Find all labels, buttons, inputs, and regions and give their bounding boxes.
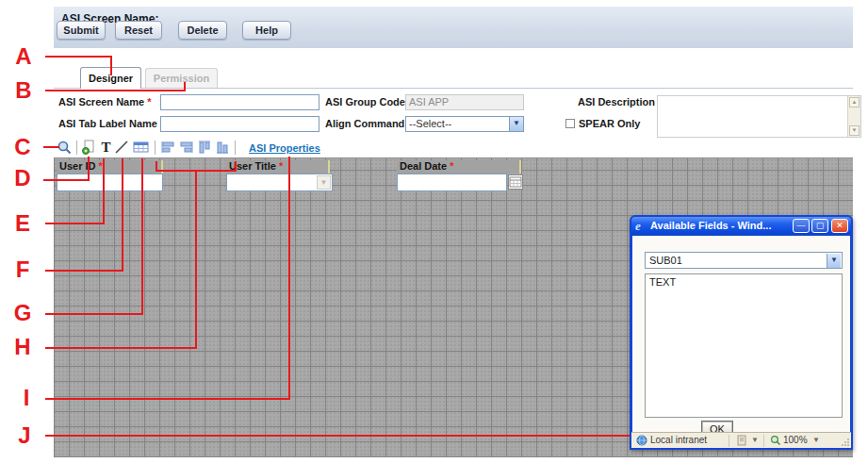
app-window: ASI Screen Name: Submit Reset Delete Hel… <box>0 0 868 463</box>
spear-only-checkbox[interactable] <box>565 119 575 128</box>
annotation-letter-c: C <box>9 136 36 158</box>
spear-only-label: SPEAR Only <box>579 118 640 129</box>
text-tool-icon[interactable]: T <box>98 140 114 156</box>
annotation-line-f <box>122 158 123 272</box>
calendar-icon[interactable] <box>508 174 523 190</box>
group-code-label: ASI Group Code <box>325 96 405 107</box>
toolbar-separator <box>76 141 77 155</box>
screen-name-label: ASI Screen Name * <box>58 96 151 107</box>
submit-button[interactable]: Submit <box>57 21 106 40</box>
statusbar-separator <box>729 435 729 447</box>
group-code-field: ASI APP <box>405 94 524 110</box>
annotation-letter-g: G <box>9 302 36 324</box>
zoom-level-label: 100% <box>783 435 808 445</box>
list-item[interactable]: TEXT <box>646 274 842 288</box>
annotation-line-h <box>156 161 157 172</box>
annotation-letter-b: B <box>10 79 37 102</box>
chevron-down-icon[interactable]: ▼ <box>751 436 759 444</box>
annotation-line-i <box>45 398 290 400</box>
align-command-select[interactable]: --Select-- ▼ <box>405 116 524 132</box>
annotation-line-a <box>45 56 112 58</box>
annotation-letter-i: I <box>13 387 40 409</box>
tab-label-name-label: ASI Tab Label Name * <box>58 118 164 129</box>
protected-mode-icon <box>737 435 747 446</box>
annotation-line-g <box>45 313 143 315</box>
annotation-letter-a: A <box>10 45 37 68</box>
tab-baseline <box>54 88 853 89</box>
align-bottom-icon[interactable] <box>215 140 231 156</box>
annotation-letter-j: J <box>11 424 38 447</box>
help-button[interactable]: Help <box>242 21 291 40</box>
statusbar-separator <box>763 435 764 447</box>
close-icon[interactable]: ✕ <box>831 219 848 233</box>
annotation-line-j <box>45 435 631 437</box>
scroll-up-icon[interactable]: ▲ <box>849 97 860 107</box>
annotation-line-b <box>45 90 186 91</box>
annotation-line-e <box>45 223 105 224</box>
globe-icon <box>636 435 647 446</box>
header-band: ASI Screen Name: <box>54 7 853 48</box>
annotation-line-b <box>184 82 186 91</box>
align-top-icon[interactable] <box>197 140 213 156</box>
chevron-down-icon[interactable]: ▼ <box>509 117 523 131</box>
field-label-user-title[interactable]: User Title * <box>226 160 330 174</box>
align-command-label: Align Command <box>325 118 404 129</box>
annotation-line-d <box>88 157 90 181</box>
annotation-letter-f: F <box>9 258 36 281</box>
available-fields-list[interactable]: TEXT <box>645 273 843 418</box>
delete-button[interactable]: Delete <box>178 21 227 40</box>
maximize-icon[interactable]: ▢ <box>811 219 828 233</box>
user-title-select[interactable]: ▼ <box>226 174 333 191</box>
align-right-icon[interactable] <box>178 140 194 156</box>
field-label-deal-date[interactable]: Deal Date * <box>397 160 521 174</box>
asi-properties-link[interactable]: ASI Properties <box>249 142 320 154</box>
toolbar-separator <box>235 141 236 155</box>
textarea-scrollbar[interactable]: ▲ ▼ <box>847 96 860 137</box>
annotation-line-d <box>43 179 90 181</box>
description-label: ASI Description <box>578 96 655 107</box>
required-asterisk: * <box>279 160 283 172</box>
tab-permission[interactable]: Permission <box>145 68 218 88</box>
annotation-letter-h: H <box>9 336 36 358</box>
required-asterisk: * <box>147 96 151 107</box>
annotation-line-h <box>195 172 197 349</box>
align-left-icon[interactable] <box>160 140 176 156</box>
screen-name-input[interactable] <box>160 94 319 110</box>
annotation-line-h <box>156 170 237 172</box>
popup-title: Available Fields - Wind... <box>650 220 782 231</box>
annotation-letter-e: E <box>9 212 36 235</box>
ie-logo-icon: e <box>635 219 641 234</box>
tab-label-name-input[interactable] <box>160 116 319 132</box>
deal-date-input[interactable] <box>397 174 507 191</box>
resize-grip[interactable] <box>841 438 850 447</box>
zoom-icon <box>770 435 781 446</box>
popup-statusbar: Local intranet ▼ 100% ▼ <box>631 432 851 448</box>
field-label-user-id[interactable]: User ID * <box>57 160 163 174</box>
line-tool-icon[interactable] <box>114 140 130 156</box>
subreport-select[interactable]: SUB01 ▼ <box>645 252 843 269</box>
annotation-line-h <box>235 161 237 172</box>
annotation-line-i <box>288 157 290 400</box>
add-field-icon[interactable] <box>81 140 97 156</box>
annotation-line-h <box>45 347 197 349</box>
user-id-input[interactable] <box>57 174 163 191</box>
annotation-line-g <box>141 158 143 315</box>
chevron-down-icon[interactable]: ▼ <box>812 436 820 444</box>
annotation-line-e <box>103 158 105 224</box>
table-tool-icon[interactable] <box>133 140 149 156</box>
annotation-letter-d: D <box>9 167 36 190</box>
chevron-down-icon[interactable]: ▼ <box>317 175 331 190</box>
designer-toolbar: T ASI Properties <box>54 139 853 157</box>
available-fields-window[interactable]: e Available Fields - Wind... — ▢ ✕ SUB01… <box>630 215 853 450</box>
annotation-line-f <box>45 270 123 272</box>
reset-button[interactable]: Reset <box>115 21 162 40</box>
scroll-down-icon[interactable]: ▼ <box>849 125 860 136</box>
annotation-line-a <box>110 56 112 75</box>
popup-titlebar[interactable]: e Available Fields - Wind... — ▢ ✕ <box>631 217 851 236</box>
description-textarea[interactable]: ▲ ▼ <box>657 95 861 138</box>
chevron-down-icon[interactable]: ▼ <box>827 254 841 268</box>
annotation-line-c <box>43 146 59 148</box>
toolbar-separator <box>155 141 156 155</box>
required-asterisk: * <box>450 160 453 172</box>
minimize-icon[interactable]: — <box>793 219 810 233</box>
